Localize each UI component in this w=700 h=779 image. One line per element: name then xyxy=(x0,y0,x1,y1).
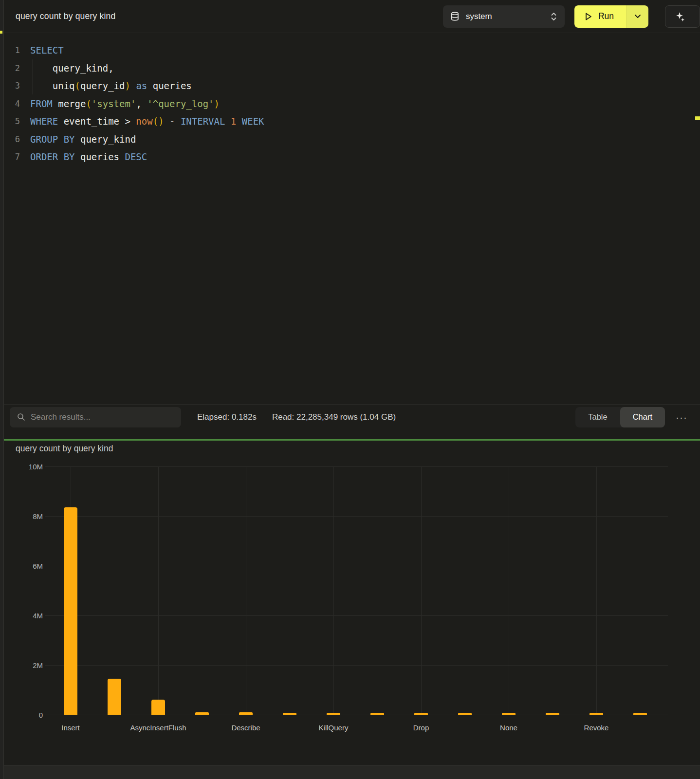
code-text: query_kind, xyxy=(30,63,114,74)
code-line: 2 query_kind, xyxy=(4,59,700,77)
x-axis-tick-label: KillQuery xyxy=(319,723,349,732)
elapsed-stat: Elapsed: 0.182s xyxy=(197,412,257,422)
h-gridline xyxy=(45,466,668,467)
play-icon xyxy=(584,12,592,21)
chart-bar[interactable] xyxy=(633,713,647,715)
more-options-button[interactable]: ··· xyxy=(673,410,690,424)
database-icon xyxy=(450,12,460,21)
chart-bar[interactable] xyxy=(239,712,253,715)
chart-panel: query count by query kind 02M4M6M8M10MIn… xyxy=(0,441,700,779)
code-text: ORDER BY queries DESC xyxy=(30,151,147,162)
y-axis-tick-label: 0 xyxy=(21,711,43,719)
run-options-button[interactable] xyxy=(626,5,648,28)
code-line: 1SELECT xyxy=(4,41,700,59)
x-axis-tick-label: Drop xyxy=(413,723,429,732)
x-axis-tick-label: AsyncInsertFlush xyxy=(130,723,186,732)
y-axis-tick-label: 8M xyxy=(21,512,43,520)
tab-chart[interactable]: Chart xyxy=(620,407,665,427)
x-axis-tick-label: Insert xyxy=(61,723,80,732)
chart-bar[interactable] xyxy=(546,713,559,715)
v-gridline xyxy=(333,466,334,715)
x-axis-tick-label: Describe xyxy=(231,723,260,732)
chart-bar[interactable] xyxy=(151,700,165,715)
chart-plot: 02M4M6M8M10MInsertAsyncInsertFlushDescri… xyxy=(0,441,700,779)
line-number: 4 xyxy=(4,99,20,109)
format-query-button[interactable] xyxy=(665,5,700,28)
v-gridline xyxy=(246,466,246,715)
sparkle-icon xyxy=(674,11,685,22)
chart-bar[interactable] xyxy=(64,507,77,715)
search-box xyxy=(10,407,181,427)
x-axis-tick-label: Revoke xyxy=(584,723,609,732)
page-title: query count by query kind xyxy=(16,11,115,21)
chart-bar[interactable] xyxy=(108,679,121,715)
bottom-panel-strip xyxy=(0,765,700,779)
results-view-controls: Table Chart ··· xyxy=(575,407,690,427)
results-toolbar: Elapsed: 0.182s Read: 22,285,349 rows (1… xyxy=(0,404,700,429)
sql-editor[interactable]: 1SELECT2 query_kind,3 uniq(query_id) as … xyxy=(4,34,700,404)
chart-bar[interactable] xyxy=(502,713,516,715)
database-selector-value: system xyxy=(466,12,492,21)
chart-bar[interactable] xyxy=(370,713,384,715)
v-gridline xyxy=(158,466,159,715)
v-gridline xyxy=(421,466,422,715)
tab-table[interactable]: Table xyxy=(575,407,620,427)
chart-bar[interactable] xyxy=(458,713,472,715)
x-axis-tick-label: None xyxy=(500,723,517,732)
code-line: 5WHERE event_time > now() - INTERVAL 1 W… xyxy=(4,112,700,130)
h-gridline xyxy=(45,516,668,517)
panel-resize-handle[interactable] xyxy=(0,439,700,441)
h-gridline xyxy=(45,665,668,666)
h-gridline xyxy=(45,566,668,566)
code-text: SELECT xyxy=(30,45,64,56)
code-line: 7ORDER BY queries DESC xyxy=(4,148,700,166)
y-axis-tick-label: 4M xyxy=(21,612,43,620)
run-button[interactable]: Run xyxy=(574,5,626,28)
run-button-group: Run xyxy=(574,5,648,28)
search-icon xyxy=(17,413,25,421)
view-toggle: Table Chart xyxy=(575,407,665,427)
v-gridline xyxy=(509,466,509,715)
x-axis-line xyxy=(45,715,668,715)
top-bar-actions: system Run xyxy=(443,5,700,28)
code-text: WHERE event_time > now() - INTERVAL 1 WE… xyxy=(30,116,264,127)
collapsed-sidebar-rail xyxy=(0,0,4,779)
top-bar: query count by query kind system xyxy=(0,0,700,33)
chart-bar[interactable] xyxy=(589,713,603,715)
line-number: 7 xyxy=(4,152,20,162)
indent-guide xyxy=(33,59,33,94)
updown-chevron-icon xyxy=(550,11,557,22)
run-button-label: Run xyxy=(598,11,614,21)
line-number: 2 xyxy=(4,63,20,73)
v-gridline xyxy=(596,466,597,715)
line-number: 1 xyxy=(4,45,20,55)
chevron-down-icon xyxy=(634,14,641,19)
search-input[interactable] xyxy=(31,412,174,422)
line-number: 6 xyxy=(4,134,20,144)
h-gridline xyxy=(45,615,668,616)
editor-overview-marker xyxy=(695,116,700,120)
code-line: 4FROM merge('system', '^query_log') xyxy=(4,95,700,113)
y-axis-tick-label: 6M xyxy=(21,562,43,570)
y-axis-tick-label: 10M xyxy=(21,463,43,471)
chart-bar[interactable] xyxy=(327,713,340,715)
read-stat: Read: 22,285,349 rows (1.04 GB) xyxy=(272,412,396,422)
code-text: FROM merge('system', '^query_log') xyxy=(30,98,220,109)
y-axis-tick-label: 2M xyxy=(21,661,43,669)
chart-bar[interactable] xyxy=(283,713,296,715)
line-number: 5 xyxy=(4,116,20,126)
code-line: 3 uniq(query_id) as queries xyxy=(4,77,700,95)
chart-bar[interactable] xyxy=(195,712,209,715)
line-number: 3 xyxy=(4,81,20,91)
left-edge-marker xyxy=(0,31,2,34)
code-line: 6GROUP BY query_kind xyxy=(4,130,700,148)
database-selector[interactable]: system xyxy=(443,5,565,28)
code-text: uniq(query_id) as queries xyxy=(30,80,192,91)
chart-bar[interactable] xyxy=(414,713,428,715)
code-text: GROUP BY query_kind xyxy=(30,134,136,145)
